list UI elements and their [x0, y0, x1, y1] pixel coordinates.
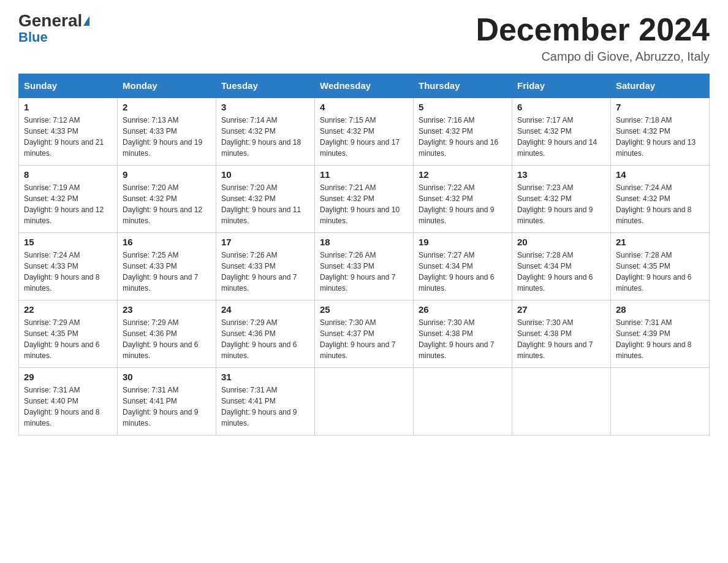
- day-info: Sunrise: 7:25 AMSunset: 4:33 PMDaylight:…: [123, 250, 211, 294]
- day-number: 10: [221, 169, 309, 180]
- day-number: 5: [419, 102, 507, 112]
- day-number: 3: [221, 102, 309, 112]
- calendar-table: SundayMondayTuesdayWednesdayThursdayFrid…: [18, 74, 710, 435]
- calendar-cell: 1Sunrise: 7:12 AMSunset: 4:33 PMDaylight…: [19, 98, 118, 165]
- day-number: 1: [24, 102, 112, 112]
- calendar-cell: 16Sunrise: 7:25 AMSunset: 4:33 PMDayligh…: [118, 232, 216, 300]
- calendar-cell: 30Sunrise: 7:31 AMSunset: 4:41 PMDayligh…: [118, 367, 216, 435]
- day-number: 27: [517, 304, 605, 315]
- header-row: SundayMondayTuesdayWednesdayThursdayFrid…: [19, 74, 710, 98]
- calendar-cell: 22Sunrise: 7:29 AMSunset: 4:35 PMDayligh…: [19, 300, 118, 367]
- header-cell-saturday: Saturday: [611, 74, 710, 98]
- title-block: December 2024 Campo di Giove, Abruzzo, I…: [476, 12, 710, 64]
- day-info: Sunrise: 7:30 AMSunset: 4:38 PMDaylight:…: [517, 317, 605, 361]
- calendar-week-4: 22Sunrise: 7:29 AMSunset: 4:35 PMDayligh…: [19, 300, 710, 367]
- day-number: 20: [517, 237, 605, 247]
- day-info: Sunrise: 7:31 AMSunset: 4:39 PMDaylight:…: [616, 317, 704, 361]
- calendar-cell: 5Sunrise: 7:16 AMSunset: 4:32 PMDaylight…: [414, 98, 512, 165]
- month-title: December 2024: [476, 12, 710, 47]
- day-number: 4: [320, 102, 408, 112]
- calendar-week-5: 29Sunrise: 7:31 AMSunset: 4:40 PMDayligh…: [19, 367, 710, 435]
- calendar-cell: 20Sunrise: 7:28 AMSunset: 4:34 PMDayligh…: [512, 232, 611, 300]
- calendar-cell: 21Sunrise: 7:28 AMSunset: 4:35 PMDayligh…: [611, 232, 710, 300]
- day-number: 25: [320, 304, 408, 315]
- calendar-cell: 4Sunrise: 7:15 AMSunset: 4:32 PMDaylight…: [315, 98, 414, 165]
- day-number: 9: [123, 169, 211, 180]
- header-cell-thursday: Thursday: [414, 74, 512, 98]
- calendar-cell: 11Sunrise: 7:21 AMSunset: 4:32 PMDayligh…: [315, 165, 414, 232]
- day-info: Sunrise: 7:15 AMSunset: 4:32 PMDaylight:…: [320, 115, 408, 159]
- day-info: Sunrise: 7:12 AMSunset: 4:33 PMDaylight:…: [24, 115, 112, 159]
- day-info: Sunrise: 7:29 AMSunset: 4:35 PMDaylight:…: [24, 317, 112, 361]
- day-info: Sunrise: 7:22 AMSunset: 4:32 PMDaylight:…: [419, 182, 507, 226]
- calendar-week-2: 8Sunrise: 7:19 AMSunset: 4:32 PMDaylight…: [19, 165, 710, 232]
- day-info: Sunrise: 7:20 AMSunset: 4:32 PMDaylight:…: [123, 182, 211, 226]
- calendar-cell: 19Sunrise: 7:27 AMSunset: 4:34 PMDayligh…: [414, 232, 512, 300]
- day-number: 13: [517, 169, 605, 180]
- calendar-cell: [414, 367, 512, 435]
- day-number: 30: [123, 372, 211, 382]
- header-cell-monday: Monday: [118, 74, 216, 98]
- calendar-cell: [512, 367, 611, 435]
- day-info: Sunrise: 7:27 AMSunset: 4:34 PMDaylight:…: [419, 250, 507, 294]
- day-info: Sunrise: 7:30 AMSunset: 4:38 PMDaylight:…: [419, 317, 507, 361]
- calendar-cell: [315, 367, 414, 435]
- day-number: 15: [24, 237, 112, 247]
- page-header: General Blue December 2024 Campo di Giov…: [18, 12, 710, 64]
- day-info: Sunrise: 7:16 AMSunset: 4:32 PMDaylight:…: [419, 115, 507, 159]
- day-number: 18: [320, 237, 408, 247]
- calendar-cell: 10Sunrise: 7:20 AMSunset: 4:32 PMDayligh…: [216, 165, 315, 232]
- logo-blue-text: Blue: [18, 31, 48, 44]
- day-info: Sunrise: 7:24 AMSunset: 4:32 PMDaylight:…: [616, 182, 704, 226]
- logo: General Blue: [18, 12, 89, 44]
- calendar-cell: 15Sunrise: 7:24 AMSunset: 4:33 PMDayligh…: [19, 232, 118, 300]
- header-cell-tuesday: Tuesday: [216, 74, 315, 98]
- calendar-cell: [611, 367, 710, 435]
- day-info: Sunrise: 7:30 AMSunset: 4:37 PMDaylight:…: [320, 317, 408, 361]
- logo-general-text: General: [18, 12, 82, 29]
- calendar-cell: 6Sunrise: 7:17 AMSunset: 4:32 PMDaylight…: [512, 98, 611, 165]
- day-number: 31: [221, 372, 309, 382]
- day-number: 24: [221, 304, 309, 315]
- calendar-cell: 24Sunrise: 7:29 AMSunset: 4:36 PMDayligh…: [216, 300, 315, 367]
- calendar-cell: 17Sunrise: 7:26 AMSunset: 4:33 PMDayligh…: [216, 232, 315, 300]
- day-number: 8: [24, 169, 112, 180]
- day-info: Sunrise: 7:17 AMSunset: 4:32 PMDaylight:…: [517, 115, 605, 159]
- calendar-cell: 2Sunrise: 7:13 AMSunset: 4:33 PMDaylight…: [118, 98, 216, 165]
- day-number: 17: [221, 237, 309, 247]
- day-info: Sunrise: 7:31 AMSunset: 4:40 PMDaylight:…: [24, 385, 112, 429]
- header-cell-friday: Friday: [512, 74, 611, 98]
- calendar-cell: 23Sunrise: 7:29 AMSunset: 4:36 PMDayligh…: [118, 300, 216, 367]
- day-info: Sunrise: 7:26 AMSunset: 4:33 PMDaylight:…: [221, 250, 309, 294]
- calendar-week-1: 1Sunrise: 7:12 AMSunset: 4:33 PMDaylight…: [19, 98, 710, 165]
- day-info: Sunrise: 7:26 AMSunset: 4:33 PMDaylight:…: [320, 250, 408, 294]
- day-number: 22: [24, 304, 112, 315]
- logo-triangle-icon: [83, 16, 89, 26]
- calendar-cell: 25Sunrise: 7:30 AMSunset: 4:37 PMDayligh…: [315, 300, 414, 367]
- day-info: Sunrise: 7:28 AMSunset: 4:34 PMDaylight:…: [517, 250, 605, 294]
- calendar-header: SundayMondayTuesdayWednesdayThursdayFrid…: [19, 74, 710, 98]
- day-number: 26: [419, 304, 507, 315]
- location-subtitle: Campo di Giove, Abruzzo, Italy: [476, 50, 710, 64]
- calendar-cell: 8Sunrise: 7:19 AMSunset: 4:32 PMDaylight…: [19, 165, 118, 232]
- day-number: 6: [517, 102, 605, 112]
- calendar-week-3: 15Sunrise: 7:24 AMSunset: 4:33 PMDayligh…: [19, 232, 710, 300]
- day-number: 14: [616, 169, 704, 180]
- day-number: 12: [419, 169, 507, 180]
- calendar-cell: 14Sunrise: 7:24 AMSunset: 4:32 PMDayligh…: [611, 165, 710, 232]
- day-info: Sunrise: 7:20 AMSunset: 4:32 PMDaylight:…: [221, 182, 309, 226]
- calendar-cell: 26Sunrise: 7:30 AMSunset: 4:38 PMDayligh…: [414, 300, 512, 367]
- day-info: Sunrise: 7:24 AMSunset: 4:33 PMDaylight:…: [24, 250, 112, 294]
- day-info: Sunrise: 7:31 AMSunset: 4:41 PMDaylight:…: [123, 385, 211, 429]
- day-info: Sunrise: 7:18 AMSunset: 4:32 PMDaylight:…: [616, 115, 704, 159]
- day-number: 21: [616, 237, 704, 247]
- calendar-cell: 28Sunrise: 7:31 AMSunset: 4:39 PMDayligh…: [611, 300, 710, 367]
- day-number: 19: [419, 237, 507, 247]
- day-info: Sunrise: 7:29 AMSunset: 4:36 PMDaylight:…: [221, 317, 309, 361]
- calendar-cell: 9Sunrise: 7:20 AMSunset: 4:32 PMDaylight…: [118, 165, 216, 232]
- day-info: Sunrise: 7:31 AMSunset: 4:41 PMDaylight:…: [221, 385, 309, 429]
- calendar-cell: 3Sunrise: 7:14 AMSunset: 4:32 PMDaylight…: [216, 98, 315, 165]
- header-cell-wednesday: Wednesday: [315, 74, 414, 98]
- calendar-cell: 29Sunrise: 7:31 AMSunset: 4:40 PMDayligh…: [19, 367, 118, 435]
- calendar-cell: 12Sunrise: 7:22 AMSunset: 4:32 PMDayligh…: [414, 165, 512, 232]
